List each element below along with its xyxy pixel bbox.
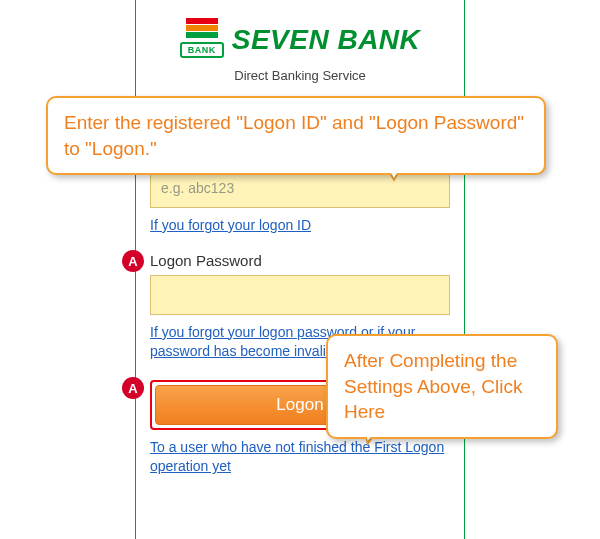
marker-a-forgot-id: A: [122, 250, 144, 272]
callout-tail-icon: [382, 156, 406, 178]
first-logon-link[interactable]: To a user who have not finished the Firs…: [150, 438, 450, 477]
logon-password-label: Logon Password: [150, 252, 450, 269]
seven-bank-logo-icon: BANK: [180, 18, 224, 62]
forgot-id-link[interactable]: If you forgot your logon ID: [150, 216, 450, 236]
app-screen: BANK SEVEN BANK Direct Banking Service L…: [135, 0, 465, 539]
marker-a-forgot-pw: A: [122, 377, 144, 399]
brand-name: SEVEN BANK: [232, 24, 421, 56]
logon-password-input[interactable]: [150, 275, 450, 315]
logo-bank-tag: BANK: [180, 42, 224, 58]
header-logo: BANK SEVEN BANK: [150, 18, 450, 62]
callout-enter-credentials: Enter the registered "Logon ID" and "Log…: [46, 96, 546, 175]
service-subtitle: Direct Banking Service: [150, 68, 450, 83]
